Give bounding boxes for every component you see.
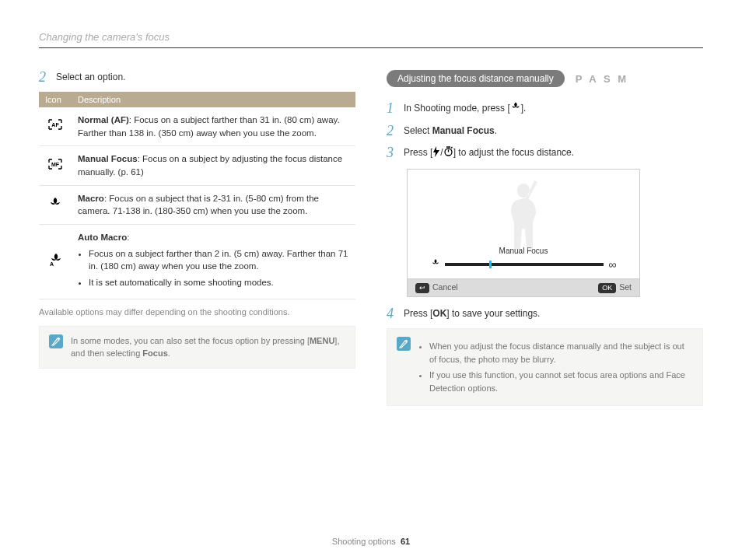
- note-icon: [49, 334, 63, 348]
- auto-macro-icon: A: [47, 252, 63, 271]
- row-title: Normal (AF): [78, 115, 129, 124]
- mode-indicators: P A S M: [576, 73, 628, 85]
- row-title: Auto Macro: [78, 233, 127, 242]
- footer-section: Shooting options: [332, 537, 396, 546]
- row-title: Macro: [78, 194, 104, 203]
- col-header-icon: Icon: [39, 92, 72, 107]
- note-icon: [397, 337, 411, 351]
- left-column: 2 Select an option. Icon Description AF: [39, 70, 355, 406]
- macro-icon: [431, 258, 440, 270]
- step-text: In Shooting mode, press [].: [404, 101, 703, 116]
- step-text: Press [OK] to save your settings.: [404, 306, 703, 320]
- section-pill: Adjusting the focus distance manually: [387, 70, 565, 87]
- af-icon: AF: [47, 118, 63, 135]
- macro-icon: [510, 101, 521, 116]
- row-desc: : Focus on a subject that is 2-31 in. (5…: [78, 194, 319, 216]
- note-box: In some modes, you can also set the focu…: [39, 326, 355, 369]
- cancel-label: Cancel: [432, 282, 458, 292]
- focus-options-table: Icon Description AF Normal (AF): Focus o…: [39, 92, 355, 299]
- mf-icon: MF: [47, 158, 63, 174]
- note-box: When you adjust the focus distance manua…: [387, 328, 703, 406]
- step-number: 3: [387, 145, 397, 159]
- step-number: 4: [387, 306, 397, 320]
- step-number: 2: [39, 70, 50, 84]
- right-column: Adjusting the focus distance manually P …: [387, 70, 703, 406]
- col-header-desc: Description: [72, 92, 355, 107]
- list-item: When you adjust the focus distance manua…: [429, 340, 693, 366]
- svg-text:AF: AF: [51, 122, 59, 128]
- infinity-icon: ∞: [608, 258, 616, 271]
- note-text: In some modes, you can also set the focu…: [71, 334, 345, 360]
- row-desc: :: [127, 233, 129, 242]
- macro-icon: [48, 196, 62, 214]
- list-item: Focus on a subject farther than 2 in. (5…: [89, 247, 349, 273]
- step-text: Press [/] to adjust the focus distance.: [404, 145, 703, 160]
- flash-icon: [432, 146, 440, 161]
- step-text: Select Manual Focus.: [404, 124, 703, 138]
- step-number: 1: [387, 101, 397, 115]
- back-icon: ↩: [415, 283, 429, 294]
- page-footer: Shooting options 61: [0, 537, 742, 546]
- step-number: 2: [387, 124, 397, 138]
- focus-display: Manual Focus ∞ ↩Cancel OKSet: [407, 169, 640, 298]
- person-silhouette-icon: [485, 176, 562, 254]
- focus-slider[interactable]: [445, 263, 604, 266]
- table-row: A Auto Macro: Focus on a subject farther…: [39, 225, 355, 299]
- svg-text:MF: MF: [51, 162, 60, 167]
- timer-icon: [443, 146, 453, 160]
- step-text: Select an option.: [56, 70, 355, 84]
- ok-icon: OK: [598, 283, 616, 294]
- list-item: If you use this function, you cannot set…: [429, 369, 693, 394]
- page-number: 61: [401, 537, 410, 546]
- svg-text:A: A: [50, 261, 54, 267]
- row-title: Manual Focus: [78, 154, 138, 163]
- table-caption: Available options may differ depending o…: [39, 307, 355, 317]
- table-row: AF Normal (AF): Focus on a subject farth…: [39, 107, 355, 146]
- set-label: Set: [619, 282, 632, 292]
- table-row: MF Manual Focus: Focus on a subject by a…: [39, 146, 355, 185]
- page-header: Changing the camera's focus: [39, 31, 703, 48]
- list-item: It is set automatically in some shooting…: [89, 276, 349, 289]
- table-row: Macro: Focus on a subject that is 2-31 i…: [39, 185, 355, 224]
